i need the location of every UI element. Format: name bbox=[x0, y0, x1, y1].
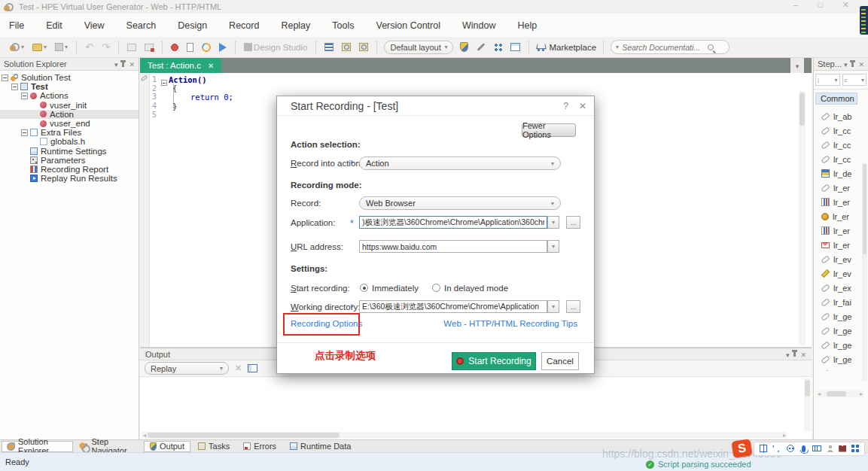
step-function-item[interactable]: lr_ge bbox=[814, 324, 868, 338]
snapshot-button[interactable] bbox=[126, 42, 138, 53]
tree-row[interactable]: Solution Test bbox=[0, 73, 139, 82]
new-script-button[interactable]: ▾ bbox=[5, 41, 26, 53]
close-icon[interactable] bbox=[800, 350, 806, 359]
chevron-down-icon[interactable] bbox=[844, 59, 848, 68]
expander-icon[interactable] bbox=[2, 74, 8, 81]
step-function-item[interactable]: lr_er bbox=[814, 223, 868, 238]
record-select[interactable]: Web Browser ▾ bbox=[359, 196, 561, 210]
tab-list-button[interactable] bbox=[790, 58, 804, 73]
tree-row[interactable]: Actions bbox=[0, 91, 139, 100]
toggle-panel-icon[interactable] bbox=[248, 364, 257, 372]
step-function-item[interactable]: lr_cc bbox=[814, 138, 868, 152]
scrollbar-thumb[interactable] bbox=[863, 164, 866, 254]
fold-toggle-icon[interactable] bbox=[161, 80, 167, 86]
menu-item[interactable]: View bbox=[84, 20, 105, 31]
dock-tab[interactable]: Runtime Data bbox=[284, 441, 357, 452]
step-function-item[interactable]: lr_ev bbox=[814, 266, 868, 281]
maximize-button[interactable]: □ bbox=[818, 0, 823, 10]
runtime-settings-button[interactable] bbox=[323, 41, 335, 53]
ime-account-icon[interactable] bbox=[827, 445, 834, 452]
application-input[interactable] bbox=[360, 218, 547, 227]
tree-row[interactable]: Test bbox=[0, 82, 139, 91]
chevron-down-icon[interactable] bbox=[786, 350, 790, 359]
step-function-item[interactable]: lr_cc bbox=[814, 123, 868, 138]
working-directory-dropdown-button[interactable]: ▾ bbox=[547, 300, 559, 313]
scrollbar-thumb[interactable] bbox=[805, 380, 810, 397]
immediately-radio[interactable] bbox=[360, 284, 368, 292]
redo-button[interactable]: ↷ bbox=[100, 41, 111, 53]
step-function-item[interactable]: lr_ev bbox=[814, 252, 868, 266]
step-function-item[interactable]: lr_er bbox=[814, 238, 868, 252]
documentation-search[interactable]: ▾ bbox=[611, 40, 729, 54]
step-function-item[interactable]: lr_ge bbox=[814, 309, 868, 324]
steps-filter-input[interactable]: |▾ bbox=[815, 74, 840, 86]
chevron-down-icon[interactable]: ▾ bbox=[44, 44, 47, 50]
window-layout-button[interactable] bbox=[509, 41, 522, 53]
code-line[interactable]: 1 Action() bbox=[140, 75, 812, 84]
steps-section-common[interactable]: Common bbox=[815, 93, 857, 105]
pin-icon[interactable] bbox=[793, 351, 796, 357]
steps-vertical-scrollbar[interactable] bbox=[862, 163, 867, 381]
output-mode-select[interactable]: Replay ▾ bbox=[145, 362, 229, 375]
step-function-item[interactable]: lr_er bbox=[814, 209, 868, 223]
ime-toolbox-icon[interactable] bbox=[851, 445, 859, 452]
tree-row[interactable]: Replay Run Results bbox=[0, 174, 139, 183]
menu-item[interactable]: Design bbox=[178, 20, 207, 31]
dialog-close-button[interactable]: ✕ bbox=[579, 101, 586, 111]
step-function-item[interactable]: lr_cc bbox=[814, 152, 868, 166]
scrollbar-thumb[interactable] bbox=[148, 433, 340, 438]
ime-keyboard-icon[interactable] bbox=[812, 445, 821, 451]
ime-skin-icon[interactable] bbox=[839, 445, 846, 452]
dock-tab[interactable]: Output bbox=[144, 441, 190, 452]
ime-microphone-icon[interactable] bbox=[802, 445, 806, 452]
editor-tab-action-c[interactable]: Test : Action.c bbox=[140, 58, 221, 73]
dialog-help-button[interactable]: ? bbox=[563, 101, 568, 111]
regenerate-button[interactable] bbox=[200, 41, 212, 53]
dock-tab[interactable]: Errors bbox=[237, 441, 282, 452]
working-directory-input[interactable] bbox=[360, 302, 547, 311]
scroll-right-icon[interactable]: ▸ bbox=[781, 432, 787, 439]
close-icon[interactable] bbox=[858, 59, 864, 68]
save-button[interactable]: ▾ bbox=[53, 41, 69, 53]
dialog-title-bar[interactable]: Start Recording - [Test] ? ✕ bbox=[277, 96, 594, 116]
marketplace-button[interactable]: Marketplace bbox=[536, 43, 596, 52]
menu-item[interactable]: Window bbox=[462, 20, 495, 31]
tree-row[interactable]: globals.h bbox=[0, 137, 139, 146]
find-button[interactable] bbox=[340, 41, 352, 53]
step-function-item[interactable]: lr_ge bbox=[814, 366, 868, 371]
compile-button[interactable] bbox=[185, 41, 195, 53]
dock-tab[interactable]: Tasks bbox=[192, 441, 236, 452]
recording-options-button[interactable] bbox=[143, 42, 155, 53]
dock-tab[interactable]: Step Navigator bbox=[75, 441, 140, 452]
replay-button[interactable] bbox=[218, 41, 228, 53]
design-studio-button[interactable]: Design Studio bbox=[242, 41, 309, 53]
application-dropdown-button[interactable]: ▾ bbox=[547, 216, 559, 229]
url-dropdown-button[interactable]: ▾ bbox=[547, 240, 559, 253]
apps-button[interactable] bbox=[492, 41, 504, 53]
tree-row[interactable]: Action bbox=[0, 110, 139, 119]
step-function-item[interactable]: lr_ge bbox=[814, 352, 868, 366]
menu-item[interactable]: File bbox=[9, 20, 24, 31]
menu-item[interactable]: Replay bbox=[281, 20, 310, 31]
record-into-action-select[interactable]: Action ▾ bbox=[359, 156, 561, 170]
step-function-item[interactable]: lr_ex bbox=[814, 281, 868, 295]
menu-item[interactable]: Version Control bbox=[376, 20, 440, 31]
step-function-item[interactable]: lr_de bbox=[814, 166, 868, 181]
close-icon[interactable] bbox=[129, 59, 135, 68]
scroll-left-icon[interactable]: ◂ bbox=[142, 432, 148, 439]
step-function-item[interactable]: lr_ab bbox=[814, 109, 868, 123]
open-button[interactable]: ▾ bbox=[31, 42, 48, 53]
code-line[interactable]: 2 { bbox=[140, 84, 812, 93]
editor-vertical-scrollbar[interactable] bbox=[799, 91, 806, 345]
ime-language-icon[interactable] bbox=[760, 445, 767, 452]
menu-item[interactable]: Search bbox=[126, 20, 157, 31]
menu-item[interactable]: Help bbox=[517, 20, 537, 31]
tree-row[interactable]: vuser_end bbox=[0, 119, 139, 128]
cancel-button[interactable]: Cancel bbox=[541, 352, 579, 370]
layout-select[interactable]: Default layout▾ bbox=[384, 41, 453, 54]
application-browse-button[interactable]: ... bbox=[566, 216, 580, 229]
chevron-down-icon[interactable]: ▾ bbox=[65, 44, 68, 50]
tree-row[interactable]: Parameters bbox=[0, 156, 139, 165]
undo-button[interactable]: ↶ bbox=[84, 41, 95, 53]
start-recording-button[interactable]: Start Recording bbox=[452, 352, 536, 370]
